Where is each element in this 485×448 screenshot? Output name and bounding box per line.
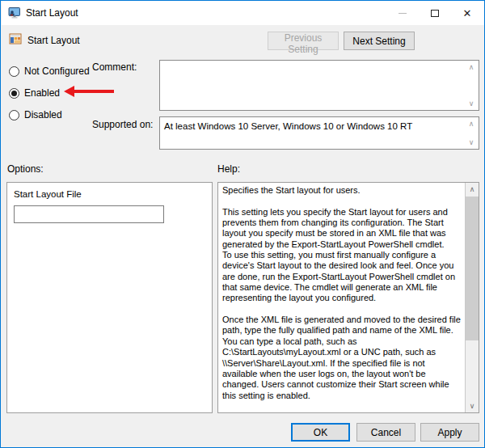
comment-label: Comment: [92, 61, 137, 73]
setting-name: Start Layout [27, 35, 80, 46]
radio-circle [9, 66, 19, 77]
help-text: Specifies the Start layout for users. Th… [218, 183, 465, 412]
supported-on-label: Supported on: [92, 119, 153, 130]
window-title: Start Layout [26, 1, 78, 25]
help-label: Help: [217, 163, 240, 175]
titlebar: Start Layout ✕ [2, 1, 484, 25]
radio-circle [9, 110, 19, 120]
options-panel: Start Layout File [6, 182, 213, 413]
minimize-button [390, 1, 415, 25]
policy-setting-icon [9, 32, 22, 45]
help-scrollbar[interactable]: ∧ ∨ [465, 183, 479, 412]
previous-setting-button[interactable]: Previous Setting [268, 32, 339, 50]
comment-textarea[interactable]: ∧ ∨ [159, 60, 479, 111]
cancel-button[interactable]: Cancel [356, 423, 415, 442]
next-setting-button[interactable]: Next Setting [344, 32, 415, 50]
start-layout-file-input[interactable] [14, 205, 164, 223]
ok-button[interactable]: OK [291, 423, 350, 442]
scrollbar-thumb[interactable] [466, 197, 479, 340]
radio-disabled[interactable]: Disabled [9, 109, 62, 120]
start-layout-file-label: Start Layout File [14, 189, 82, 199]
radio-enabled[interactable]: Enabled [9, 87, 60, 99]
help-panel: Specifies the Start layout for users. Th… [217, 182, 479, 413]
chevron-down-icon[interactable]: ∨ [466, 138, 477, 146]
maximize-icon [431, 10, 439, 17]
red-annotation-arrow-icon [64, 86, 114, 97]
options-label: Options: [7, 163, 44, 175]
scroll-up-icon[interactable]: ∧ [466, 183, 479, 196]
maximize-button[interactable] [422, 1, 448, 25]
chevron-up-icon[interactable]: ∧ [466, 63, 477, 71]
supported-on-box: At least Windows 10 Server, Windows 10 o… [159, 116, 479, 150]
apply-button[interactable]: Apply [420, 423, 479, 442]
close-icon: ✕ [463, 8, 472, 19]
gpedit-console-icon [8, 6, 21, 19]
scroll-down-icon[interactable]: ∨ [466, 399, 479, 412]
supported-on-value: At least Windows 10 Server, Windows 10 o… [164, 120, 462, 132]
chevron-up-icon[interactable]: ∧ [466, 120, 477, 128]
minimize-icon [399, 13, 407, 14]
start-layout-policy-dialog: Start Layout ✕ Start Layout Previous Set… [0, 0, 485, 448]
close-button[interactable]: ✕ [454, 1, 480, 25]
chevron-down-icon[interactable]: ∨ [466, 99, 477, 108]
radio-not-configured[interactable]: Not Configured [9, 66, 90, 77]
radio-circle [9, 88, 19, 99]
